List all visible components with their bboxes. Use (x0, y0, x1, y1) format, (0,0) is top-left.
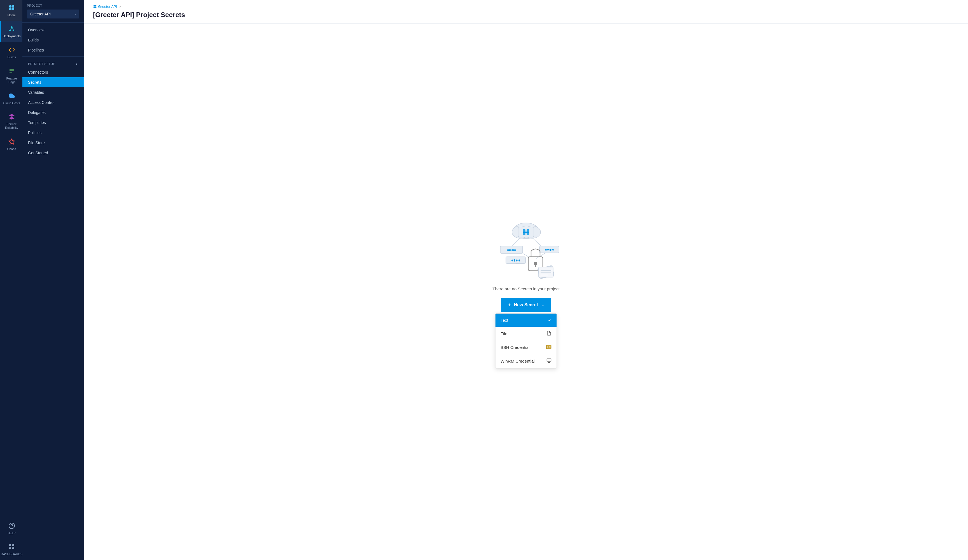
dropdown-item-text[interactable]: Text ✓ (496, 313, 557, 327)
sidebar-item-overview[interactable]: Overview (22, 25, 84, 35)
feature-flags-icon (8, 67, 16, 75)
svg-rect-17 (95, 5, 97, 7)
chaos-icon (8, 138, 16, 146)
svg-rect-13 (12, 544, 14, 546)
ssh-icon (546, 345, 552, 350)
nav-home-label: Home (8, 13, 16, 17)
help-icon (8, 522, 16, 530)
text-icon: ✓ (548, 318, 552, 323)
project-name: Greeter API (30, 12, 51, 16)
breadcrumb: Greeter API > (93, 5, 959, 9)
svg-point-6 (13, 30, 14, 31)
svg-text:✱✱✱✱: ✱✱✱✱ (545, 247, 554, 252)
svg-rect-53 (547, 359, 551, 362)
svg-line-38 (536, 253, 545, 259)
svg-point-5 (9, 30, 11, 31)
sidebar-header: Project Greeter API › (22, 0, 84, 23)
winrm-option-label: WinRM Credential (501, 359, 535, 363)
dropdown-item-ssh[interactable]: SSH Credential (496, 341, 557, 354)
nav-chaos-label: Chaos (7, 147, 16, 151)
service-reliability-icon (8, 113, 16, 121)
svg-rect-1 (12, 5, 14, 8)
nav-chaos[interactable]: Chaos (0, 134, 22, 155)
svg-rect-14 (9, 547, 11, 549)
deployments-icon (8, 25, 16, 33)
nav-builds[interactable]: Builds (0, 42, 22, 63)
svg-rect-0 (9, 5, 12, 8)
cloud-costs-icon (8, 92, 16, 100)
icon-nav: Home Deployments Builds Feature Flags Cl… (0, 0, 22, 560)
file-icon (547, 331, 552, 337)
project-label: Project (27, 4, 79, 7)
dropdown-chevron-icon: ⌄ (541, 303, 544, 307)
nav-dashboards[interactable]: DASHBOARDS (0, 539, 25, 560)
ssh-option-label: SSH Credential (501, 345, 529, 350)
main-header: Greeter API > [Greeter API] Project Secr… (84, 0, 968, 23)
sidebar-item-policies[interactable]: Policies (22, 128, 84, 138)
new-secret-wrapper: + New Secret ⌄ Text ✓ File (495, 298, 557, 368)
sidebar-item-templates[interactable]: Templates (22, 118, 84, 128)
sidebar-item-delegates[interactable]: Delegates (22, 108, 84, 118)
sidebar-item-connectors[interactable]: Connectors (22, 67, 84, 77)
project-setup-section: PROJECT SETUP ▲ (22, 58, 84, 67)
nav-home[interactable]: Home (0, 0, 22, 21)
main-content: Greeter API > [Greeter API] Project Secr… (84, 0, 968, 560)
nav-feature-flags[interactable]: Feature Flags (0, 63, 22, 88)
svg-rect-41 (535, 263, 536, 267)
home-icon (8, 4, 16, 12)
nav-help[interactable]: HELP (0, 518, 25, 539)
secret-type-dropdown: Text ✓ File SSH Credential (495, 313, 557, 368)
winrm-icon (547, 358, 552, 364)
section-collapse-icon[interactable]: ▲ (75, 63, 78, 66)
sidebar-item-get-started[interactable]: Get Started (22, 148, 84, 158)
svg-marker-9 (9, 139, 15, 144)
svg-rect-16 (94, 5, 95, 7)
page-title: [Greeter API] Project Secrets (93, 11, 959, 19)
project-selector[interactable]: Greeter API › (27, 10, 79, 18)
empty-state: ✱✱✱✱ ✱✱✱✱ ✱✱✱✱ (487, 215, 565, 368)
secrets-illustration: ✱✱✱✱ ✱✱✱✱ ✱✱✱✱ (487, 215, 565, 280)
svg-line-7 (10, 28, 12, 30)
nav-feature-flags-label: Feature Flags (3, 77, 20, 84)
new-secret-button[interactable]: + New Secret ⌄ (501, 298, 551, 312)
dropdown-item-file[interactable]: File (496, 327, 557, 341)
breadcrumb-icon (93, 5, 97, 9)
nav-service-reliability-label: Service Reliability (3, 123, 20, 130)
sidebar-item-access-control[interactable]: Access Control (22, 98, 84, 108)
breadcrumb-separator: > (119, 5, 121, 9)
new-secret-label: New Secret (514, 302, 538, 307)
breadcrumb-project-name[interactable]: Greeter API (98, 5, 117, 9)
svg-rect-49 (547, 346, 549, 348)
nav-deployments[interactable]: Deployments (0, 21, 22, 42)
nav-cloud-costs[interactable]: Cloud Costs (0, 88, 22, 109)
builds-icon (8, 46, 16, 54)
svg-point-4 (11, 27, 13, 28)
svg-rect-19 (95, 7, 97, 8)
svg-rect-18 (94, 7, 95, 8)
sidebar-item-variables[interactable]: Variables (22, 87, 84, 98)
svg-rect-12 (9, 544, 11, 546)
svg-line-8 (12, 28, 13, 30)
nav-builds-label: Builds (8, 55, 16, 59)
main-body: ✱✱✱✱ ✱✱✱✱ ✱✱✱✱ (84, 23, 968, 560)
dropdown-item-winrm[interactable]: WinRM Credential (496, 354, 557, 368)
dashboards-icon (8, 543, 16, 551)
sidebar-item-pipelines[interactable]: Pipelines (22, 45, 84, 55)
project-chevron-icon: › (75, 12, 76, 16)
sidebar: Project Greeter API › Overview Builds Pi… (22, 0, 84, 560)
sidebar-item-secrets[interactable]: Secrets (22, 77, 84, 87)
sidebar-item-builds[interactable]: Builds (22, 35, 84, 45)
svg-rect-3 (12, 8, 14, 10)
nav-dashboards-label: DASHBOARDS (1, 552, 22, 556)
svg-text:✱✱✱✱: ✱✱✱✱ (511, 258, 520, 262)
svg-line-27 (512, 238, 520, 246)
empty-state-message: There are no Secrets in your project (492, 287, 559, 291)
file-option-label: File (501, 331, 507, 336)
svg-rect-15 (12, 547, 14, 549)
nav-service-reliability[interactable]: Service Reliability (0, 109, 22, 134)
nav-cloud-costs-label: Cloud Costs (3, 101, 20, 105)
svg-rect-2 (9, 8, 12, 10)
plus-icon: + (508, 302, 511, 308)
sidebar-item-file-store[interactable]: File Store (22, 138, 84, 148)
nav-deployments-label: Deployments (3, 35, 20, 38)
